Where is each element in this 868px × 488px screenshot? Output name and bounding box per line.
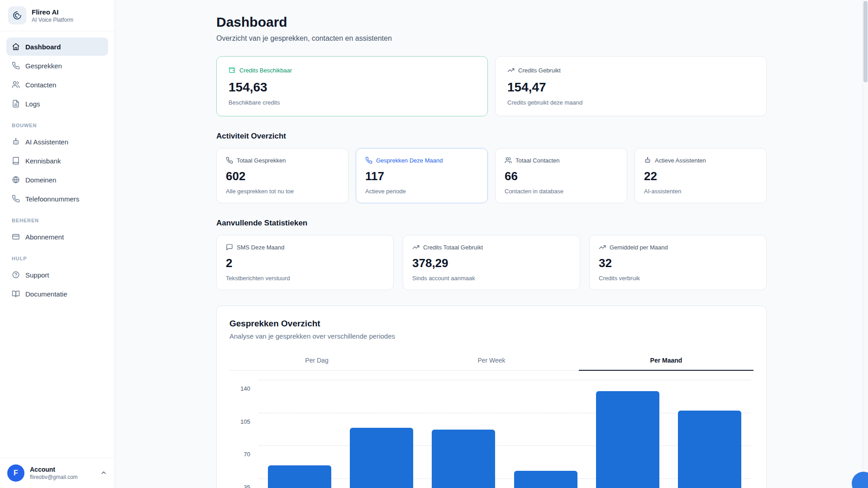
sidebar-item-gesprekken[interactable]: Gesprekken [6,57,108,75]
activity-grid: Totaal Gesprekken 602 Alle gesprekken to… [216,148,767,203]
sidebar-item-contacten[interactable]: Contacten [6,76,108,94]
bar-chart: 1401057035 [229,380,754,488]
card-value: 154,63 [229,80,476,95]
card-description: Credits verbruik [599,275,757,282]
sidebar-item-label: Logs [25,100,40,108]
chart-bar[interactable] [596,391,659,488]
sidebar-item-label: AI Assistenten [25,138,68,146]
card-label-row: Credits Gebruikt [507,67,754,74]
chart-period-tabs: Per Dag Per Week Per Maand [229,353,754,371]
trending-up-icon [507,67,515,74]
card-label: Totaal Contacten [515,157,560,164]
credits-available-card: Credits Beschikbaar 154,63 Beschikbare c… [216,56,488,116]
page-subtitle: Overzicht van je gesprekken, contacten e… [216,34,767,43]
sidebar-item-label: Dashboard [25,43,61,51]
sidebar-item-telefoonnummers[interactable]: Telefoonnummers [6,190,108,208]
chart-ytick-label: 140 [240,385,250,392]
chart-ytick-label: 105 [240,418,250,425]
card-description: Credits gebruikt deze maand [507,99,754,106]
brand-text: Flireo AI AI Voice Platform [32,8,73,23]
credits-used-card: Credits Gebruikt 154,47 Credits gebruikt… [495,56,767,116]
main-content: Dashboard Overzicht van je gesprekken, c… [115,0,868,488]
card-label-row: Actieve Assistenten [644,157,757,164]
card-label: Credits Beschikbaar [239,67,292,74]
tab-per-maand[interactable]: Per Maand [579,353,754,371]
card-description: Alle gesprekken tot nu toe [226,188,339,195]
card-description: Contacten in database [505,188,618,195]
card-value: 602 [226,169,339,183]
phone-icon [12,195,20,203]
chart-bar[interactable] [678,411,741,488]
help-circle-icon [12,271,20,279]
sidebar-item-dashboard[interactable]: Dashboard [6,38,108,56]
card-value: 154,47 [507,80,754,95]
card-label-row: Gemiddeld per Maand [599,244,757,251]
sidebar-item-abonnement[interactable]: Abonnement [6,228,108,246]
card-value: 22 [644,169,757,183]
nav-section-bouwen: BOUWEN [12,123,103,128]
card-value: 66 [505,169,618,183]
bot-icon [12,138,20,146]
sidebar-item-label: Support [25,271,49,279]
chevron-up-icon [100,469,107,477]
page-container: Dashboard Overzicht van je gesprekken, c… [216,0,767,488]
chart-ytick-label: 70 [244,451,250,458]
card-label: Gesprekken Deze Maand [376,157,443,164]
chart-plot [258,380,751,488]
card-label-row: Totaal Gesprekken [226,157,339,164]
nav-section-beheren: BEHEREN [12,218,103,223]
average-per-month-card: Gemiddeld per Maand 32 Credits verbruik [589,235,767,290]
phone-icon [226,157,233,164]
card-label: Gemiddeld per Maand [610,244,668,251]
chart-gridline [258,445,751,446]
sidebar-item-support[interactable]: Support [6,266,108,284]
phone-icon [12,62,20,70]
sidebar-item-label: Kennisbank [25,157,61,165]
scrollbar-thumb[interactable] [863,1,868,82]
chart-bar[interactable] [514,471,577,488]
conversations-this-month-card: Gesprekken Deze Maand 117 Actieve period… [356,148,488,203]
sidebar-item-kennisbank[interactable]: Kennisbank [6,152,108,170]
sidebar-item-label: Documentatie [25,290,67,298]
sidebar-item-label: Telefoonnummers [25,195,79,203]
sidebar: Flireo AI AI Voice Platform Dashboard Ge… [0,0,115,488]
chart-bar[interactable] [268,465,331,488]
card-label-row: Gesprekken Deze Maand [365,157,478,164]
conversations-overview-card: Gesprekken Overzicht Analyse van je gesp… [216,306,767,488]
chart-bar[interactable] [350,428,413,488]
phone-icon [365,157,372,164]
card-label: Credits Gebruikt [518,67,561,74]
nav-section-hulp: HULP [12,256,103,261]
home-icon [12,43,20,51]
chart-bar[interactable] [432,430,495,488]
flireo-logo-icon [8,6,26,24]
chart-ytick-label: 35 [244,484,250,488]
sidebar-nav: Dashboard Gesprekken Contacten Logs [0,31,114,458]
chart-card-subtitle: Analyse van je gesprekken over verschill… [229,332,754,340]
card-value: 378,29 [412,256,571,270]
users-icon [505,157,512,164]
file-text-icon [12,100,20,108]
stats-grid: SMS Deze Maand 2 Tekstberichten verstuur… [216,235,767,290]
tab-per-week[interactable]: Per Week [404,353,579,371]
total-conversations-card: Totaal Gesprekken 602 Alle gesprekken to… [216,148,348,203]
bot-icon [644,157,651,164]
card-label: Credits Totaal Gebruikt [423,244,483,251]
tab-per-dag[interactable]: Per Dag [229,353,404,371]
book-open-icon [12,290,20,298]
message-square-icon [226,244,233,251]
wallet-icon [229,67,236,74]
account-label: Account [30,466,78,473]
chart-gridline [258,380,751,380]
account-menu-button[interactable]: F Account flireobv@gmail.com [0,458,114,488]
sidebar-item-documentatie[interactable]: Documentatie [6,285,108,303]
brand-name: Flireo AI [32,8,73,16]
chart-gridline [258,413,751,413]
card-description: AI-assistenten [644,188,757,195]
scrollbar-track[interactable] [863,0,868,488]
chart-card-title: Gesprekken Overzicht [229,319,754,329]
sidebar-item-logs[interactable]: Logs [6,95,108,113]
credits-grid: Credits Beschikbaar 154,63 Beschikbare c… [216,56,767,116]
sidebar-item-domeinen[interactable]: Domeinen [6,171,108,189]
sidebar-item-ai-assistenten[interactable]: AI Assistenten [6,133,108,151]
